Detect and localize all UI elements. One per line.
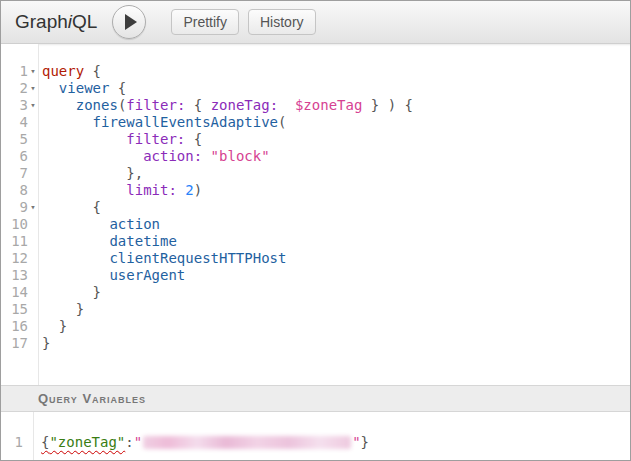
code-token: {	[93, 199, 101, 215]
code-line[interactable]: action: "block"	[42, 148, 630, 165]
code-token: 2	[185, 182, 193, 198]
query-gutter: 1▾2▾3▾456789▾1011121314151617	[1, 44, 39, 385]
execute-button[interactable]	[112, 5, 146, 39]
query-editor[interactable]: 1▾2▾3▾456789▾1011121314151617 query { vi…	[1, 44, 630, 385]
app-title-ql: QL	[72, 11, 97, 32]
line-number-text: 1	[1, 434, 23, 451]
code-line[interactable]: filter: {	[42, 131, 630, 148]
code-token	[42, 267, 109, 283]
code-token	[42, 148, 143, 164]
line-number: 11	[1, 233, 38, 250]
code-token: zoneTag:	[211, 97, 278, 113]
line-number-text: 8	[1, 182, 28, 199]
line-number-text: 13	[1, 267, 28, 284]
line-number: 9▾	[1, 199, 38, 216]
code-token: :	[125, 434, 133, 450]
code-token: )	[194, 182, 202, 198]
code-token: query	[42, 63, 84, 79]
code-line[interactable]: firewallEventsAdaptive(	[42, 114, 630, 131]
code-token	[42, 250, 109, 266]
code-token: }	[361, 434, 369, 450]
app-title: GraphiQL	[15, 11, 97, 33]
query-variables-header[interactable]: Query Variables	[1, 385, 630, 412]
code-token: {	[185, 131, 202, 147]
line-number: 10	[1, 216, 38, 233]
code-token: (	[278, 114, 286, 130]
code-token: {	[185, 97, 210, 113]
code-token: {	[109, 80, 126, 96]
code-token: clientRequestHTTPHost	[109, 250, 286, 266]
code-token: filter:	[126, 131, 185, 147]
line-number: 14	[1, 284, 38, 301]
line-number-text: 12	[1, 250, 28, 267]
code-line[interactable]: userAgent	[42, 267, 630, 284]
line-number: 15	[1, 301, 38, 318]
code-token	[42, 199, 93, 215]
code-token: filter:	[126, 97, 185, 113]
line-number-text: 10	[1, 216, 28, 233]
code-token: }	[93, 284, 101, 300]
code-line[interactable]: }	[42, 335, 630, 352]
line-number-text: 4	[1, 114, 28, 131]
prettify-button[interactable]: Prettify	[171, 9, 239, 35]
code-token	[202, 148, 210, 164]
fold-arrow-icon[interactable]: ▾	[28, 97, 38, 114]
code-token: datetime	[109, 233, 176, 249]
line-number: 6	[1, 148, 38, 165]
fold-arrow-icon[interactable]: ▾	[28, 199, 38, 216]
line-number-text: 3	[1, 97, 28, 114]
toolbar: GraphiQL Prettify History	[1, 1, 630, 44]
play-icon	[125, 14, 137, 30]
line-number: 17	[1, 335, 38, 352]
code-token: viewer	[59, 80, 110, 96]
app-title-graph: Graph	[15, 11, 68, 32]
fold-arrow-icon[interactable]: ▾	[28, 63, 38, 80]
line-number: 5	[1, 131, 38, 148]
line-number: 1▾	[1, 63, 38, 80]
variables-code-line[interactable]: {"zoneTag":""}	[41, 434, 630, 451]
graphiql-window: GraphiQL Prettify History 1▾2▾3▾456789▾1…	[0, 0, 631, 461]
code-token: }	[76, 301, 84, 317]
code-line[interactable]: {	[42, 199, 630, 216]
code-token	[42, 80, 59, 96]
redacted-value	[143, 436, 351, 449]
line-number: 16	[1, 318, 38, 335]
query-code[interactable]: query { viewer { zones(filter: { zoneTag…	[39, 44, 630, 385]
line-number-text: 17	[1, 335, 28, 352]
code-token: } ) {	[362, 97, 413, 113]
line-number: 3▾	[1, 97, 38, 114]
variables-code[interactable]: {"zoneTag":""}	[34, 412, 630, 460]
code-line[interactable]: clientRequestHTTPHost	[42, 250, 630, 267]
line-number: 12	[1, 250, 38, 267]
line-number-text: 7	[1, 165, 28, 182]
line-number-text: 15	[1, 301, 28, 318]
code-line[interactable]: }	[42, 318, 630, 335]
code-token	[42, 318, 59, 334]
code-line[interactable]: }	[42, 301, 630, 318]
line-number: 4	[1, 114, 38, 131]
code-line[interactable]: }	[42, 284, 630, 301]
variables-gutter: 1	[1, 412, 34, 460]
code-token: "zoneTag"	[49, 434, 125, 450]
code-line[interactable]: datetime	[42, 233, 630, 250]
code-token: "	[352, 434, 360, 450]
code-line[interactable]: query {	[42, 63, 630, 80]
code-line[interactable]: action	[42, 216, 630, 233]
code-token: $zoneTag	[295, 97, 362, 113]
code-token	[42, 233, 109, 249]
code-line[interactable]: },	[42, 165, 630, 182]
code-token: }	[59, 318, 67, 334]
code-token	[42, 284, 93, 300]
code-line[interactable]: viewer {	[42, 80, 630, 97]
code-token	[42, 165, 126, 181]
history-button[interactable]: History	[248, 9, 316, 35]
fold-arrow-icon[interactable]: ▾	[28, 80, 38, 97]
variables-editor[interactable]: 1 {"zoneTag":""}	[1, 412, 630, 460]
line-number: 7	[1, 165, 38, 182]
line-number-text: 9	[1, 199, 28, 216]
line-number-text: 2	[1, 80, 28, 97]
code-token	[42, 216, 109, 232]
line-number-text: 14	[1, 284, 28, 301]
code-line[interactable]: zones(filter: { zoneTag: $zoneTag } ) {	[42, 97, 630, 114]
code-line[interactable]: limit: 2)	[42, 182, 630, 199]
